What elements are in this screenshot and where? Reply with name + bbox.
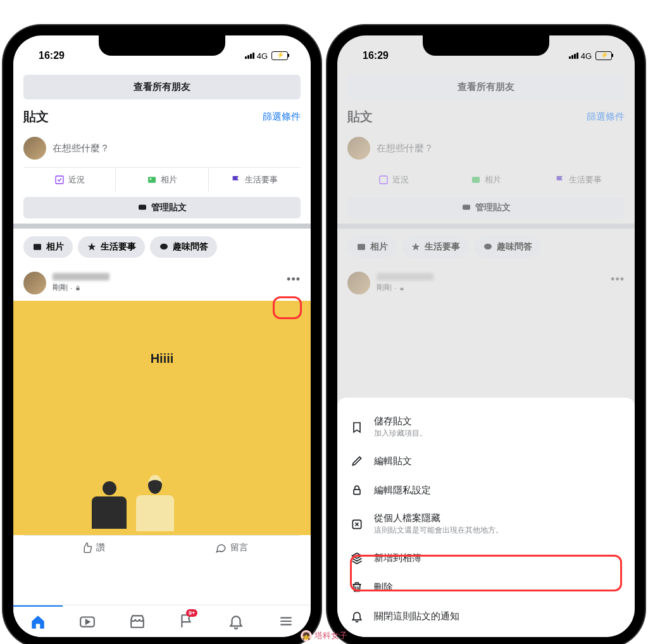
tab-marketplace[interactable] xyxy=(113,605,162,637)
sheet-edit[interactable]: 編輯貼文 xyxy=(337,446,635,476)
composer-photo[interactable]: 相片 xyxy=(440,168,532,192)
like-button[interactable]: 讚 xyxy=(23,536,162,560)
lock-icon xyxy=(350,483,364,497)
comment-button[interactable]: 留言 xyxy=(162,536,301,560)
highlight-more-button xyxy=(273,296,302,319)
post-timestamp: 剛剛 · xyxy=(53,282,109,293)
post-more-button[interactable]: ••• xyxy=(287,273,301,286)
lock-icon xyxy=(399,285,405,291)
edit-icon xyxy=(54,175,65,185)
divider xyxy=(13,224,311,229)
svg-rect-8 xyxy=(380,176,387,184)
svg-rect-3 xyxy=(139,205,146,210)
status-time: 16:29 xyxy=(363,50,389,61)
svg-rect-9 xyxy=(472,177,480,182)
composer-status[interactable]: 近況 xyxy=(23,168,116,192)
photo-icon xyxy=(147,175,157,185)
post-more-button[interactable]: ••• xyxy=(611,273,625,286)
shop-icon xyxy=(129,613,146,629)
post-image[interactable]: Hiiii xyxy=(13,301,311,535)
edit-icon xyxy=(378,175,389,185)
avatar[interactable] xyxy=(347,137,370,160)
pill-qa[interactable]: 趣味問答 xyxy=(150,236,217,258)
manage-posts-button[interactable]: 管理貼文 xyxy=(347,197,625,218)
svg-rect-14 xyxy=(354,489,360,495)
composer-life-event[interactable]: 生活要事 xyxy=(209,168,301,192)
svg-rect-11 xyxy=(358,244,365,249)
view-all-friends-button[interactable]: 查看所有朋友 xyxy=(23,75,301,99)
sheet-hide[interactable]: 從個人檔案隱藏這則貼文還是可能會出現在其他地方。 xyxy=(337,505,635,543)
composer[interactable]: 在想些什麼？ xyxy=(23,132,301,165)
manage-posts-button[interactable]: 管理貼文 xyxy=(23,197,301,218)
post-text: Hiiii xyxy=(151,351,174,366)
notch xyxy=(423,35,549,56)
filter-link[interactable]: 篩選條件 xyxy=(263,111,301,123)
divider xyxy=(337,224,635,229)
pill-life-event[interactable]: 生活要事 xyxy=(402,236,469,258)
filter-link[interactable]: 篩選條件 xyxy=(587,111,625,123)
svg-rect-10 xyxy=(463,205,470,210)
pill-qa[interactable]: 趣味問答 xyxy=(474,236,541,258)
video-icon xyxy=(79,613,96,629)
bookmark-icon xyxy=(350,420,364,434)
composer-life-event[interactable]: 生活要事 xyxy=(533,168,625,192)
comment-icon xyxy=(215,542,227,553)
sheet-privacy[interactable]: 編輯隱私設定 xyxy=(337,476,635,505)
screen-right: 16:29 4G ⚡ 查看所有朋友 貼文 篩選條件 在想些什麼？ 近況 相片 生… xyxy=(337,35,635,637)
svg-rect-6 xyxy=(77,287,80,290)
post-header: 剛剛 · ••• xyxy=(23,265,301,301)
battery-icon: ⚡ xyxy=(595,51,612,60)
view-all-friends-button[interactable]: 查看所有朋友 xyxy=(347,75,625,99)
svg-rect-4 xyxy=(34,244,41,249)
pencil-icon xyxy=(350,454,364,468)
phone-right: 16:29 4G ⚡ 查看所有朋友 貼文 篩選條件 在想些什麼？ 近況 相片 生… xyxy=(327,25,645,644)
photo-icon xyxy=(471,175,481,185)
chat-icon xyxy=(159,242,169,252)
svg-point-12 xyxy=(484,244,492,249)
composer[interactable]: 在想些什麼？ xyxy=(347,132,625,165)
tab-notifications[interactable] xyxy=(211,605,261,637)
lock-icon xyxy=(75,285,81,291)
pill-life-event[interactable]: 生活要事 xyxy=(78,236,145,258)
flag-icon xyxy=(555,175,565,185)
phone-left: 16:29 4G ⚡ 查看所有朋友 貼文 篩選條件 在想些什麼？ 近況 相片 生… xyxy=(3,25,321,644)
post-avatar[interactable] xyxy=(347,272,370,294)
post-avatar[interactable] xyxy=(23,272,46,294)
sheet-notifications-off[interactable]: 關閉這則貼文的通知 xyxy=(337,602,635,631)
menu-icon xyxy=(278,613,294,629)
svg-point-2 xyxy=(150,178,152,180)
bell-icon xyxy=(228,613,244,629)
status-right: 4G ⚡ xyxy=(245,51,288,61)
composer-status[interactable]: 近況 xyxy=(347,168,440,192)
post-author-redacted xyxy=(53,273,109,281)
svg-point-5 xyxy=(160,244,168,249)
network-label: 4G xyxy=(257,51,268,61)
photo-icon xyxy=(32,242,42,252)
watermark: 👧塔科女子 xyxy=(301,630,347,641)
thumb-icon xyxy=(81,542,92,553)
home-icon xyxy=(30,614,46,630)
composer-prompt[interactable]: 在想些什麼？ xyxy=(53,142,109,155)
posts-title: 貼文 xyxy=(347,108,373,125)
tab-watch[interactable] xyxy=(63,605,112,637)
avatar[interactable] xyxy=(23,137,46,160)
bell-icon xyxy=(350,609,364,623)
flag-icon xyxy=(231,175,241,185)
photo-icon xyxy=(356,242,366,252)
sheet-save[interactable]: 儲存貼文加入珍藏項目。 xyxy=(337,408,635,446)
signal-icon xyxy=(569,53,578,59)
pill-photo[interactable]: 相片 xyxy=(347,236,397,258)
x-square-icon xyxy=(350,517,364,531)
composer-photo[interactable]: 相片 xyxy=(116,168,208,192)
tab-bar: 9+ xyxy=(13,605,311,637)
pill-photo[interactable]: 相片 xyxy=(23,236,73,258)
battery-icon: ⚡ xyxy=(271,51,288,60)
tab-groups[interactable]: 9+ xyxy=(162,605,211,637)
action-sheet: 儲存貼文加入珍藏項目。 編輯貼文 編輯隱私設定 從個人檔案隱藏這則貼文還是可能會… xyxy=(337,398,635,637)
posts-title: 貼文 xyxy=(23,108,49,125)
badge: 9+ xyxy=(186,609,197,617)
svg-rect-13 xyxy=(401,287,404,290)
composer-prompt[interactable]: 在想些什麼？ xyxy=(377,142,433,155)
tab-home[interactable] xyxy=(13,605,63,637)
status-time: 16:29 xyxy=(39,50,65,61)
